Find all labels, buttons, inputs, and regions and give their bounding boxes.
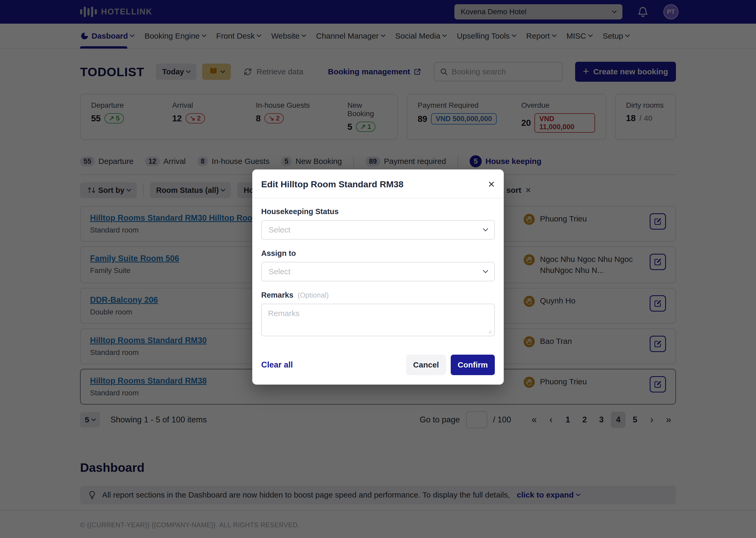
resize-grip-icon[interactable] bbox=[487, 329, 492, 334]
housekeeping-status-select[interactable]: Select bbox=[261, 220, 495, 240]
close-icon[interactable]: × bbox=[488, 178, 495, 190]
edit-housekeeping-modal: Edit Hilltop Room Standard RM38 × Housek… bbox=[252, 169, 504, 385]
chevron-down-icon bbox=[483, 267, 488, 273]
remarks-textarea[interactable] bbox=[261, 304, 495, 336]
remarks-label: Remarks (Optional) bbox=[261, 291, 495, 299]
housekeeping-status-label: Housekeeping Status bbox=[261, 207, 495, 216]
assign-to-label: Assign to bbox=[261, 249, 495, 258]
assign-to-select[interactable]: Select bbox=[261, 262, 495, 281]
modal-title: Edit Hilltop Room Standard RM38 bbox=[261, 179, 403, 189]
modal-footer: Clear all Cancel Confirm bbox=[252, 348, 504, 385]
app-root: HOTELLINK Kovena Demo Hotel PT Dasboard … bbox=[0, 0, 756, 538]
optional-hint: (Optional) bbox=[298, 291, 329, 299]
chevron-down-icon bbox=[483, 226, 488, 231]
modal-body: Housekeeping Status Select Assign to Sel… bbox=[252, 198, 504, 348]
modal-header: Edit Hilltop Room Standard RM38 × bbox=[252, 169, 504, 198]
confirm-button[interactable]: Confirm bbox=[451, 355, 495, 375]
clear-all-link[interactable]: Clear all bbox=[261, 360, 293, 370]
cancel-button[interactable]: Cancel bbox=[406, 355, 446, 375]
